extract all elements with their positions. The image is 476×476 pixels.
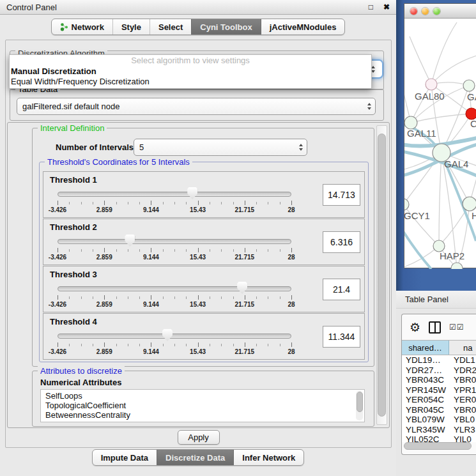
float-window-icon[interactable]: □ xyxy=(369,3,373,11)
table-row[interactable]: YBL079WYBL0 xyxy=(402,415,476,425)
node-label: HAP2 xyxy=(440,250,464,261)
node-label: H xyxy=(472,210,476,221)
tab-infer-network[interactable]: Infer Network xyxy=(233,450,303,465)
threshold-label: Threshold 3 xyxy=(50,270,97,279)
table-data-combobox-value: galFiltered.sif default node xyxy=(22,102,119,111)
column-header-shared[interactable]: shared… xyxy=(402,341,449,355)
tab-label: Style xyxy=(121,22,141,32)
table-row[interactable]: YBR043CYBR0 xyxy=(402,375,476,385)
slider-track[interactable] xyxy=(58,239,291,244)
slider-track[interactable] xyxy=(58,192,291,197)
table-panel-body: ⚙ ☑☑ shared… na YDL19…YDL1YDR27…YDR2YBR0… xyxy=(401,314,476,455)
node-label: GCY1 xyxy=(404,210,430,221)
threshold-label: Threshold 1 xyxy=(50,175,97,185)
tab-discretize-data[interactable]: Discretize Data xyxy=(157,450,233,465)
close-icon[interactable]: ✖ xyxy=(383,3,390,11)
list-item[interactable]: SelfLoops xyxy=(45,391,364,401)
table-panel-section: Table Panel ⚙ ☑☑ shared… na YDL19…YDL1YD… xyxy=(396,291,476,476)
node-label: GAL11 xyxy=(407,128,436,139)
slider-thumb[interactable] xyxy=(162,329,173,341)
cell-name: YPR1 xyxy=(449,385,476,395)
table-rows: YDL19…YDL1YDR27…YDR2YBR043CYBR0YPR145WYP… xyxy=(402,355,476,442)
network-window-titlebar xyxy=(404,4,476,19)
interval-definition-group: Interval Definition Number of Intervals … xyxy=(32,128,374,367)
tab-cyni-toolbox[interactable]: Cyni Toolbox xyxy=(191,19,260,35)
table-panel-titlebar: Table Panel xyxy=(396,291,476,309)
list-item[interactable]: TopologicalCoefficient xyxy=(45,401,364,410)
cell-name: YIL0 xyxy=(449,434,472,442)
slider-thumb[interactable] xyxy=(125,234,135,247)
tab-label: jActiveMNodules xyxy=(270,22,337,32)
table-data-combobox[interactable]: galFiltered.sif default node xyxy=(17,98,376,115)
slider-thumb[interactable] xyxy=(187,187,197,199)
node-label: GA xyxy=(467,91,476,102)
columns-icon[interactable] xyxy=(429,321,441,334)
slider-track[interactable] xyxy=(58,286,291,291)
cell-shared-name: YER054C xyxy=(402,395,449,404)
table-row[interactable]: YBR045CYBR0 xyxy=(402,405,476,415)
network-node[interactable] xyxy=(404,199,409,210)
threshold-value-field[interactable]: 6.316 xyxy=(323,231,360,253)
tab-label: Impute Data xyxy=(101,453,148,463)
slider-thumb[interactable] xyxy=(237,282,247,294)
threshold-slider[interactable]: -3.4262.8599.14415.4321.71528 xyxy=(58,234,291,261)
network-node[interactable] xyxy=(404,116,417,129)
tab-impute-data[interactable]: Impute Data xyxy=(93,450,157,465)
threshold-slider[interactable]: -3.4262.8599.14415.4321.71528 xyxy=(58,187,291,214)
apply-button[interactable]: Apply xyxy=(178,430,220,445)
gear-icon[interactable]: ⚙ xyxy=(410,321,420,334)
table-row[interactable]: YDL19…YDL1 xyxy=(402,355,476,365)
network-icon xyxy=(60,22,68,31)
mac-close-button[interactable] xyxy=(410,8,417,15)
dropdown-option[interactable]: Manual Discretization xyxy=(10,66,371,77)
dropdown-option[interactable]: Equal Width/Frequency Discretization xyxy=(10,77,371,87)
slider-ticks xyxy=(58,201,291,206)
threshold-value-field[interactable]: 21.4 xyxy=(323,279,360,300)
cell-name: YER0 xyxy=(449,395,476,404)
screen: Control Panel □ ✖ NetworkStyleSelectCyni… xyxy=(0,0,476,476)
threshold-value-field[interactable]: 11.344 xyxy=(323,326,360,348)
slider-ticks xyxy=(58,342,291,348)
number-of-intervals-spinner[interactable]: 5 xyxy=(134,139,307,156)
tab-jactivemnodules[interactable]: jActiveMNodules xyxy=(261,19,345,35)
column-header-name[interactable]: na xyxy=(449,341,476,355)
threshold-slider[interactable]: -3.4262.8599.14415.4321.71528 xyxy=(58,282,291,309)
tab-network[interactable]: Network xyxy=(52,19,112,35)
network-node[interactable] xyxy=(463,80,475,91)
mac-minimize-button[interactable] xyxy=(422,8,429,15)
panel-vertical-scrollbar[interactable] xyxy=(376,125,387,425)
tab-style[interactable]: Style xyxy=(112,19,150,35)
table-row[interactable]: YPR145WYPR1 xyxy=(402,385,476,395)
top-tab-strip: NetworkStyleSelectCyni ToolboxjActiveMNo… xyxy=(0,19,396,35)
cell-shared-name: YDL19… xyxy=(402,355,449,365)
slider-track[interactable] xyxy=(58,334,291,339)
network-canvas[interactable]: GAL80GACGAL11GAL4GCY1HHAP2 xyxy=(404,19,476,269)
table-horizontal-scrollbar[interactable] xyxy=(404,442,472,450)
tab-select[interactable]: Select xyxy=(150,19,191,35)
tab-label: Infer Network xyxy=(242,453,295,463)
cell-name: YDR2 xyxy=(449,365,476,375)
table-row[interactable]: YIL052CYIL0 xyxy=(402,434,476,442)
table-row[interactable]: YDR27…YDR2 xyxy=(402,365,476,376)
settings-scroll-area: Interval Definition Number of Intervals … xyxy=(7,122,390,428)
cell-shared-name: YBR043C xyxy=(402,375,449,385)
number-of-intervals-value: 5 xyxy=(139,142,144,152)
list-scrollbar[interactable] xyxy=(356,391,363,420)
checkboxes-icon[interactable]: ☑☑ xyxy=(449,323,464,332)
combo-stepper-icon xyxy=(364,103,375,110)
network-node[interactable] xyxy=(463,197,476,211)
mac-zoom-button[interactable] xyxy=(433,8,440,15)
threshold-slider[interactable]: -3.4262.8599.14415.4321.71528 xyxy=(58,329,291,356)
table-row[interactable]: YER054CYER0 xyxy=(402,395,476,405)
cell-shared-name: YBR045C xyxy=(402,405,449,415)
table-row[interactable]: YLR345WYLR3 xyxy=(402,425,476,435)
dropdown-prompt: Select algorithm to view settings xyxy=(10,56,371,66)
threshold-value-field[interactable]: 14.713 xyxy=(323,184,360,206)
table-data-group: Table Data galFiltered.sif default node xyxy=(10,89,384,121)
slider-ticks xyxy=(58,295,291,300)
network-node[interactable] xyxy=(426,79,437,90)
numerical-attributes-list[interactable]: SelfLoopsTopologicalCoefficientBetweenne… xyxy=(40,389,365,422)
table-toolbar: ⚙ ☑☑ xyxy=(402,314,476,340)
attributes-to-discretize-group: Attributes to discretize Numerical Attri… xyxy=(32,371,374,427)
list-item[interactable]: BetweennessCentrality xyxy=(45,410,364,420)
